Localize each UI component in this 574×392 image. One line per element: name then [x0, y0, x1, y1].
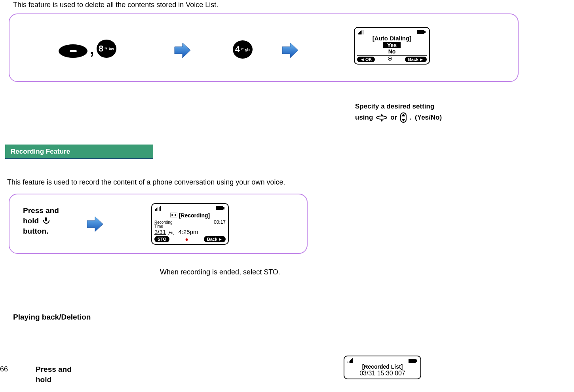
press-line2a: hold	[23, 217, 39, 225]
phone-screen-recording: [Recording] Recording Time 00:17 3/31 [F…	[151, 203, 229, 245]
recorded-entry: 03/31 15:30 007	[347, 370, 418, 377]
svg-rect-20	[351, 359, 352, 363]
battery-icon	[409, 357, 417, 365]
phone-screen-recorded-list: [Recorded List] 03/31 15:30 007	[344, 356, 421, 379]
phone-screen-auto-dialing: [Auto Dialing] Yes No ◄OK Back►	[354, 27, 430, 65]
arrow-icon	[86, 216, 104, 232]
softkey-sto: STO	[154, 236, 169, 242]
screen-title: [Recorded List]	[347, 363, 418, 370]
svg-rect-21	[352, 358, 353, 363]
nav-oval-icon: ▲ ▼	[376, 113, 387, 122]
signal-icon	[348, 357, 354, 365]
svg-rect-11	[160, 206, 161, 211]
recording-time-label: Recording Time	[154, 221, 173, 228]
record-dot-icon: ●	[185, 236, 188, 242]
specify-line1: Specify a desired setting	[355, 101, 442, 112]
press2-line1: Press and	[36, 364, 72, 375]
svg-rect-0	[358, 33, 359, 34]
key-8-label: 8	[99, 44, 103, 54]
svg-rect-10	[159, 207, 160, 211]
arrow-icon	[281, 42, 299, 59]
specify-setting-instruction: Specify a desired setting using ▲ ▼ or .…	[355, 101, 442, 123]
recording-day: [Fri]	[167, 230, 174, 235]
press2-line2: hold	[36, 375, 72, 385]
key-4-label: 4	[235, 44, 239, 55]
menu-key-icon	[59, 44, 87, 58]
option-no: No	[357, 48, 427, 55]
page-number: 66	[0, 365, 8, 373]
svg-rect-23	[416, 360, 417, 362]
softkey-back: Back►	[405, 57, 427, 62]
svg-rect-5	[417, 30, 424, 34]
press-line3: button.	[23, 226, 59, 236]
svg-rect-2	[360, 31, 361, 34]
signal-icon	[358, 28, 364, 36]
separator-comma: ,	[90, 41, 94, 58]
svg-rect-4	[363, 30, 363, 34]
svg-rect-9	[158, 207, 158, 211]
softkey-back: Back►	[204, 236, 226, 242]
key-4-sublabel: ㄷ ghi	[241, 48, 251, 51]
svg-rect-3	[361, 30, 362, 34]
intro-text: This feature is used to delete all the c…	[13, 1, 218, 9]
specify-using: using	[355, 112, 373, 123]
signal-icon	[155, 204, 162, 213]
svg-rect-12	[216, 206, 223, 210]
softkey-ok: ◄OK	[357, 57, 375, 62]
recording-time-value: 00:17	[214, 219, 226, 225]
recording-clock: 4:25pm	[178, 228, 198, 235]
svg-rect-14	[170, 213, 177, 217]
recording-description: This feature is used to record the conte…	[7, 178, 285, 186]
press-hold-instruction: Press and hold button.	[23, 206, 59, 236]
svg-rect-1	[359, 32, 360, 34]
screen-title: [Auto Dialing]	[357, 35, 427, 42]
svg-rect-8	[156, 208, 157, 211]
svg-rect-22	[409, 359, 416, 363]
svg-rect-7	[155, 209, 156, 211]
battery-icon	[216, 204, 225, 213]
tape-icon	[170, 211, 177, 219]
mic-icon	[43, 217, 49, 225]
screen-title: [Recording]	[179, 212, 210, 219]
step-sequence-box-1: , 8 ㅋ tuv 4 ㄷ ghi [Auto Dialing] Yes No …	[9, 13, 519, 82]
svg-rect-19	[350, 360, 351, 363]
svg-point-15	[171, 214, 173, 216]
svg-rect-6	[424, 31, 426, 33]
svg-rect-17	[348, 362, 348, 363]
section-heading-recording: Recording Feature	[5, 145, 153, 159]
svg-point-16	[175, 214, 176, 216]
specify-dot: .	[410, 112, 412, 123]
recording-date: 3/31	[154, 228, 166, 235]
option-yes: Yes	[383, 42, 401, 48]
key-8-sublabel: ㅋ tuv	[104, 47, 114, 50]
battery-icon	[417, 28, 426, 36]
nav-pill-icon	[400, 112, 407, 123]
step-sequence-box-2: Press and hold button. [Recording] Recor…	[9, 194, 308, 254]
press-line1: Press and	[23, 206, 59, 216]
svg-rect-18	[349, 361, 350, 363]
specify-or: or	[390, 112, 397, 123]
specify-yesno: (Yes/No)	[415, 112, 442, 123]
press-hold-instruction-2: Press and hold	[36, 364, 72, 385]
nav-dot-icon	[388, 57, 392, 61]
arrow-icon	[174, 42, 191, 59]
subheading-playback-deletion: Playing back/Deletion	[13, 313, 91, 322]
recording-end-note: When recording is ended, select STO.	[160, 268, 280, 276]
key-8: 8 ㅋ tuv	[97, 40, 116, 58]
key-4: 4 ㄷ ghi	[233, 40, 253, 59]
svg-rect-13	[223, 207, 224, 209]
